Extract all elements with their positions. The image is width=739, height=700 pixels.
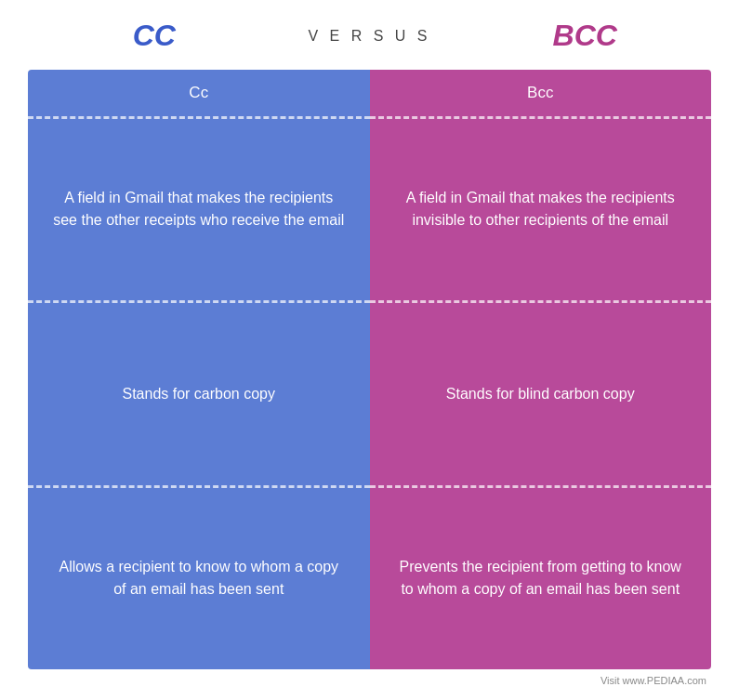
cc-heading: CC xyxy=(28,19,280,53)
versus-label: V E R S U S xyxy=(280,28,458,45)
cc-allows-cell: Allows a recipient to know to whom a cop… xyxy=(28,488,370,670)
cc-stands-for-text: Stands for carbon copy xyxy=(122,383,275,405)
bcc-stands-for-text: Stands for blind carbon copy xyxy=(446,383,635,405)
cc-definition-text: A field in Gmail that makes the recipien… xyxy=(51,187,347,231)
bcc-column: Bcc A field in Gmail that makes the reci… xyxy=(370,70,712,669)
cc-label-text: Cc xyxy=(189,81,208,105)
page-wrapper: CC V E R S U S BCC Cc A field in Gmail t… xyxy=(0,0,739,700)
bcc-allows-cell: Prevents the recipient from getting to k… xyxy=(370,488,712,670)
cc-definition-cell: A field in Gmail that makes the recipien… xyxy=(28,119,370,301)
bcc-definition-text: A field in Gmail that makes the recipien… xyxy=(393,187,689,231)
bcc-label-text: Bcc xyxy=(527,81,553,105)
bcc-heading: BCC xyxy=(459,19,711,53)
bcc-label-cell: Bcc xyxy=(370,70,712,116)
bcc-allows-text: Prevents the recipient from getting to k… xyxy=(393,556,689,601)
visit-text: Visit www.PEDIAA.com xyxy=(28,675,711,686)
header-row: CC V E R S U S BCC xyxy=(28,19,711,53)
comparison-table: Cc A field in Gmail that makes the recip… xyxy=(28,70,711,669)
bcc-definition-cell: A field in Gmail that makes the recipien… xyxy=(370,119,712,301)
bcc-stands-for-cell: Stands for blind carbon copy xyxy=(370,303,712,485)
cc-label-cell: Cc xyxy=(28,70,370,116)
cc-column: Cc A field in Gmail that makes the recip… xyxy=(28,70,370,669)
cc-stands-for-cell: Stands for carbon copy xyxy=(28,303,370,485)
cc-allows-text: Allows a recipient to know to whom a cop… xyxy=(51,556,347,601)
